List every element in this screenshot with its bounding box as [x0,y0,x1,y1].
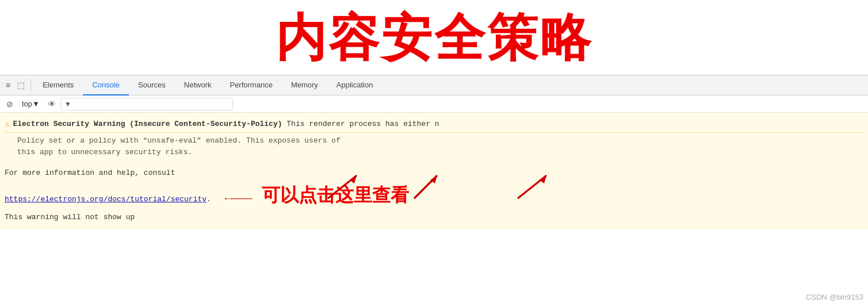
warning-bold-text: Electron Security Warning (Insecure Cont… [13,120,282,128]
context-label: top [22,100,32,108]
banner-title: 内容安全策略 [276,4,593,72]
tab-performance[interactable]: Performance [220,75,281,95]
tab-application[interactable]: Application [327,75,383,95]
tab-elements[interactable]: Elements [33,75,83,95]
banner: 内容安全策略 [0,0,868,75]
tab-separator [30,79,31,91]
eye-button[interactable]: 👁 [45,98,58,110]
warning-icon: ⚠ [5,119,9,129]
filter-input[interactable] [71,98,229,110]
watermark: CSDN @bin9153 [806,293,863,301]
context-dropdown-icon: ▼ [32,100,40,108]
tab-sources[interactable]: Sources [129,75,175,95]
warning-detail-line2: this app to unnecessary security risks. [17,148,192,156]
console-content: ⚠ Electron Security Warning (Insecure Co… [0,113,868,230]
tab-memory[interactable]: Memory [282,75,327,95]
console-toolbar: ⊘ top ▼ 👁 ▼ [0,95,868,113]
warning-detail-line1: Policy set or a policy with “unsafe-eval… [17,136,341,145]
filter-icon: ▼ [64,100,71,108]
filter-area: ▼ [60,98,233,110]
devtools-tabs-bar: ≡ ⬚ Elements Console Sources Network Per… [0,75,868,95]
link-period: . [207,195,211,204]
warning-tail-text: This renderer process has either n [282,120,439,128]
tab-console[interactable]: Console [83,75,129,95]
context-selector[interactable]: top ▼ [18,98,43,109]
warning-detail: Policy set or a policy with “unsafe-eval… [5,133,863,162]
info-line3: This warning will not show up [5,213,135,221]
inspect-icon[interactable]: ⬚ [14,81,28,90]
arrow-annotation: ←———— [225,194,253,204]
warning-row: ⚠ Electron Security Warning (Insecure Co… [5,116,863,133]
annotation-right-text: 可以点击这里查看 [262,185,409,205]
security-link[interactable]: https://electronjs.org/docs/tutorial/sec… [5,195,207,204]
clear-console-button[interactable]: ⊘ [3,98,16,110]
warning-text: Electron Security Warning (Insecure Cont… [13,118,439,130]
customize-icon[interactable]: ≡ [2,81,14,90]
info-line1: For more information and help, consult [5,169,175,177]
info-section: For more information and help, consult h… [5,161,863,226]
tab-network[interactable]: Network [175,75,221,95]
